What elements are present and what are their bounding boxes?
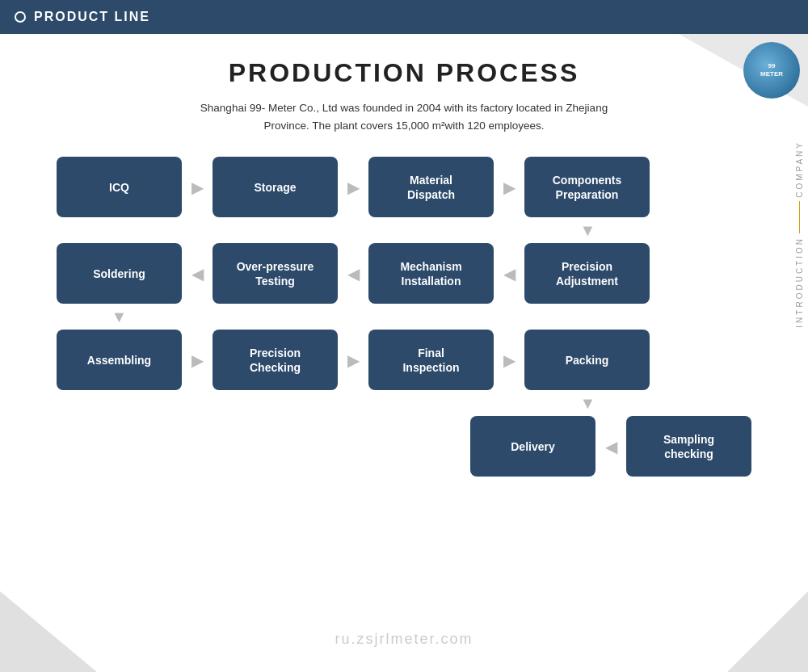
header-bar: PRODUCT LINE <box>0 0 808 34</box>
process-row-3: Assembling ▶ PrecisionChecking ▶ FinalIn… <box>57 330 751 390</box>
page-title: PRODUCTION PROCESS <box>40 58 768 88</box>
process-box-material-dispatch: MaterialDispatch <box>368 157 494 217</box>
arrow-down-r1-r2: ▼ <box>525 221 650 240</box>
process-row-2: Soldering ◀ Over-pressureTesting ◀ Mecha… <box>57 243 751 304</box>
process-box-over-pressure: Over-pressureTesting <box>213 243 338 304</box>
arrow-r3-3: ▶ <box>494 351 524 370</box>
header-title: PRODUCT LINE <box>34 10 150 24</box>
between-rows-3-4: ▼ <box>57 390 751 416</box>
watermark: ru.zsjrlmeter.com <box>335 631 473 648</box>
process-box-components-preparation: ComponentsPreparation <box>524 157 650 217</box>
subtitle-line2: Province. The plant covers 15,000 m²with… <box>263 120 544 132</box>
arrow-down-r-r3-r4: ▼ <box>525 394 650 413</box>
page-subtitle: Shanghai 99- Meter Co., Ltd was founded … <box>40 99 768 134</box>
process-row-4: Delivery ◀ Samplingchecking <box>57 416 751 477</box>
bottom-right-decoration <box>727 591 808 672</box>
arrow-r2-1: ◀ <box>182 264 213 284</box>
arrow-down-l-r2-r3: ▼ <box>57 308 182 326</box>
main-content: PRODUCTION PROCESS Shanghai 99- Meter Co… <box>0 34 808 485</box>
arrow-3-4: ▶ <box>494 178 524 197</box>
process-box-packing: Packing <box>524 330 650 390</box>
process-box-storage: Storage <box>213 157 338 217</box>
header-circle-icon <box>15 11 26 23</box>
process-box-assembling: Assembling <box>57 330 182 390</box>
process-row-1: ICQ ▶ Storage ▶ MaterialDispatch ▶ Compo… <box>57 157 751 217</box>
process-box-final-inspection: FinalInspection <box>368 330 494 390</box>
process-box-soldering: Soldering <box>57 243 182 304</box>
process-box-icq: ICQ <box>57 157 182 217</box>
subtitle-line1: Shanghai 99- Meter Co., Ltd was founded … <box>200 102 608 114</box>
process-box-precision-adjustment: PrecisionAdjustment <box>524 243 650 304</box>
between-rows-1-2: ▼ <box>57 217 751 243</box>
process-grid: ICQ ▶ Storage ▶ MaterialDispatch ▶ Compo… <box>57 157 751 477</box>
arrow-r3-1: ▶ <box>182 351 213 370</box>
arrow-2-3: ▶ <box>338 178 368 197</box>
between-rows-2-3: ▼ <box>57 304 751 330</box>
process-box-mechanism-installation: MechanismInstallation <box>368 243 494 304</box>
arrow-r2-2: ◀ <box>338 264 368 284</box>
process-box-delivery: Delivery <box>470 416 595 477</box>
arrow-r3-2: ▶ <box>338 351 368 370</box>
process-box-sampling-checking: Samplingchecking <box>626 416 751 477</box>
bottom-left-decoration <box>0 591 97 672</box>
arrow-r4-1: ◀ <box>595 437 626 456</box>
arrow-1-2: ▶ <box>182 178 213 197</box>
process-box-precision-checking: PrecisionChecking <box>213 330 338 390</box>
arrow-r2-3: ◀ <box>494 264 524 284</box>
